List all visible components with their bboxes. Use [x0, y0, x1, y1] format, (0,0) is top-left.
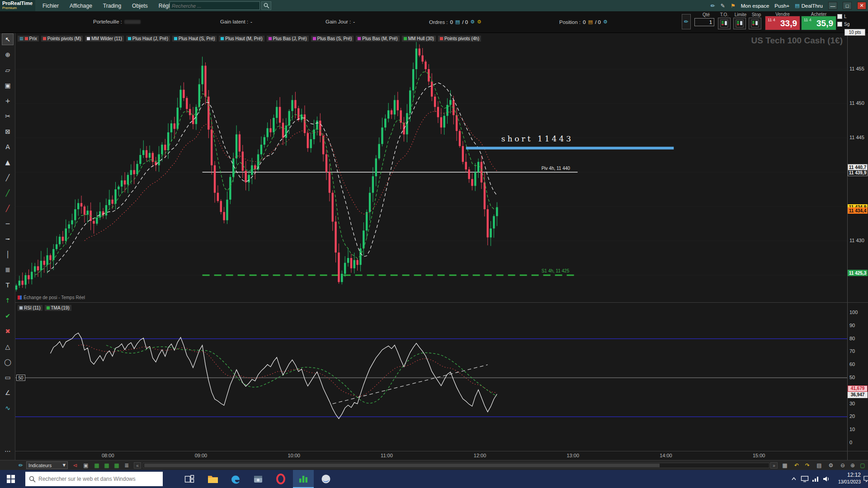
undo-icon[interactable]: ↶ [792, 461, 801, 469]
rsi-legend-item-tma-19-[interactable]: TMA (19) [44, 305, 72, 311]
grid-icon-1[interactable]: ▦ [92, 461, 101, 469]
legend-item-plus-bas-s-pr-[interactable]: Plus Bas (S, Pré) [311, 35, 354, 42]
chart-panel[interactable]: ▥PrixPoints pivots (M)MM Wilder (11)Plus… [15, 33, 868, 460]
taskbar-search[interactable] [25, 472, 163, 486]
more-tools-icon[interactable]: ⋯ [2, 445, 14, 457]
legend-item-mm-wilder-11-[interactable]: MM Wilder (11) [85, 35, 124, 42]
quantity-input[interactable] [694, 18, 714, 26]
move-icon[interactable]: + [2, 95, 14, 107]
monitor-icon[interactable] [799, 470, 810, 488]
menu-objets[interactable]: Objets [132, 3, 148, 9]
rsi-legend-item-rsi-11-[interactable]: RSI (11) [17, 305, 43, 311]
menu-trading[interactable]: Trading [103, 3, 121, 9]
settings-icon[interactable]: ⚙ [826, 461, 835, 469]
arrow-up-icon[interactable]: ↑ [2, 295, 14, 306]
tray-expand-icon[interactable] [788, 470, 799, 488]
search-button[interactable] [261, 1, 271, 10]
l-checkbox[interactable] [837, 14, 842, 19]
legend-item-plus-haut-m-pr-[interactable]: Plus Haut (M, Pré) [218, 35, 264, 42]
edit-order-button[interactable]: ✏ [682, 14, 691, 29]
edge-icon[interactable] [225, 470, 246, 488]
file-explorer-icon[interactable] [203, 470, 223, 488]
dealthru-link[interactable]: DealThru [802, 3, 823, 9]
horizontal-ray-icon[interactable]: ╼ [2, 233, 14, 245]
vertical-line-icon[interactable]: │ [2, 249, 14, 260]
legend-item-plus-haut-s-pr-[interactable]: Plus Haut (S, Pré) [172, 35, 217, 42]
redo-icon[interactable]: ↷ [803, 461, 812, 469]
chart-type-icon[interactable]: ▥ [19, 37, 24, 41]
zigzag-icon[interactable]: ∿ [2, 402, 14, 414]
close-icon[interactable]: ✖ [2, 325, 14, 337]
buy-button[interactable]: 11 4 35,9 [801, 16, 836, 30]
print-icon[interactable]: ▤ [815, 461, 824, 469]
limit-order-button[interactable] [733, 18, 746, 29]
check-icon[interactable]: ✔ [2, 310, 14, 322]
alert-icon[interactable]: ▲ [2, 156, 14, 168]
sell-button[interactable]: 11 4 33,9 [765, 16, 800, 30]
menu-fichier[interactable]: Fichier [42, 3, 59, 9]
legend-item-mm-hull-30-[interactable]: MM Hull (30) [401, 35, 436, 42]
trendline-icon[interactable]: ╱ [2, 187, 14, 199]
action-center-icon[interactable] [862, 470, 868, 488]
ellipse-icon[interactable]: ◯ [2, 356, 14, 368]
points-badge[interactable]: 10 pts [844, 29, 865, 36]
price-chart[interactable] [15, 33, 847, 460]
pen-icon[interactable]: ✎ [721, 3, 725, 9]
push-link[interactable]: Push+ [774, 3, 789, 9]
screen-icon[interactable]: ▢ [858, 461, 867, 469]
close-button[interactable]: ✕ [857, 2, 866, 9]
fibonacci-icon[interactable]: ≣ [2, 264, 14, 276]
taskbar-search-input[interactable] [38, 476, 159, 482]
scroll-right-button[interactable]: » [770, 462, 778, 469]
triangle-icon[interactable]: △ [2, 341, 14, 352]
chart-scrollbar[interactable] [143, 463, 769, 468]
legend-item-points-pivots-m-[interactable]: Points pivots (M) [41, 35, 83, 42]
maximize-button[interactable]: □ [843, 2, 852, 9]
short-annotation-label[interactable]: short 11443 [501, 134, 573, 143]
zoom-out-icon[interactable]: ⊖ [838, 461, 847, 469]
line-icon[interactable]: ╱ [2, 172, 14, 183]
copy-icon[interactable]: ▣ [2, 80, 14, 91]
search-input[interactable] [172, 3, 258, 9]
chart-scrollbar-thumb[interactable] [144, 464, 660, 467]
horizontal-line-icon[interactable]: ─ [2, 218, 14, 230]
to-order-button[interactable] [718, 18, 731, 29]
copy-chart-icon[interactable]: ▣ [81, 461, 90, 469]
app-icon-2[interactable] [316, 470, 336, 488]
sg-checkbox[interactable] [837, 22, 842, 27]
legend-item-plus-bas-m-pr-[interactable]: Plus Bas (M, Pré) [355, 35, 400, 42]
volume-icon[interactable] [821, 470, 832, 488]
panel-divider[interactable] [15, 302, 868, 303]
trash-icon[interactable]: ⊠ [2, 126, 14, 137]
grid-icon-2[interactable]: ▦ [102, 461, 111, 469]
position-doc-icon[interactable]: ▤ [588, 19, 593, 25]
taskbar-clock[interactable]: 12:12 13/01/2023 [832, 472, 861, 485]
indicators-dropdown[interactable]: Indicateurs ▼ [26, 461, 68, 469]
legend-item-points-pivots-4h-[interactable]: Points pivots (4h) [438, 35, 481, 42]
app-logo[interactable]: ProRealTime Premium [0, 0, 35, 11]
stop-order-button[interactable] [749, 18, 761, 29]
orders-key-icon[interactable]: ⚙ [477, 19, 481, 25]
mon-espace-link[interactable]: Mon espace [741, 3, 769, 9]
position-gear-icon[interactable]: ⚙ [603, 19, 608, 25]
text-icon[interactable]: T [2, 279, 14, 291]
zoom-icon[interactable]: ⊕ [2, 49, 14, 61]
orders-gear-icon[interactable]: ⚙ [470, 19, 475, 25]
label-icon[interactable]: A [2, 141, 14, 153]
scroll-left-button[interactable]: « [134, 462, 141, 469]
grid-icon-3[interactable]: ▦ [112, 461, 121, 469]
orders-doc-icon[interactable]: ▤ [455, 19, 460, 25]
calendar-icon[interactable]: ▦ [780, 461, 789, 469]
legend-item-plus-bas-j-pr-[interactable]: Plus Bas (J, Pré) [266, 35, 309, 42]
menu-search[interactable] [170, 1, 260, 10]
flag-icon[interactable]: ⚑ [731, 3, 736, 9]
legend-item-prix[interactable]: ▥Prix [17, 35, 39, 42]
paint-icon[interactable]: ✏ [16, 461, 25, 469]
menu-affichage[interactable]: Affichage [70, 3, 92, 9]
start-button[interactable] [0, 470, 22, 488]
zoom-in-icon[interactable]: ⊕ [848, 461, 857, 469]
network-icon[interactable] [810, 470, 821, 488]
legend-item-plus-haut-j-pr-[interactable]: Plus Haut (J, Pré) [126, 35, 170, 42]
app-icon-1[interactable] [248, 470, 269, 488]
trading-app-icon[interactable] [293, 470, 314, 488]
